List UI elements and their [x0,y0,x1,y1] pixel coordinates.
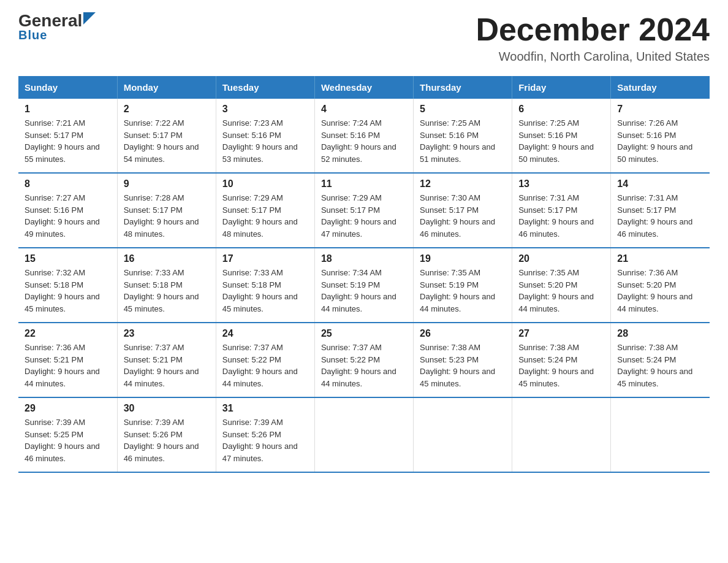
sunset-label: Sunset: 5:19 PM [420,280,479,289]
sunset-label: Sunset: 5:17 PM [124,205,183,215]
day-info: Sunrise: 7:39 AM Sunset: 5:26 PM Dayligh… [124,416,210,464]
sunset-label: Sunset: 5:17 PM [222,205,281,215]
logo: General Blue [18,12,96,42]
sunset-label: Sunset: 5:25 PM [25,430,83,439]
calendar-cell: 9 Sunrise: 7:28 AM Sunset: 5:17 PM Dayli… [117,173,216,248]
sunset-label: Sunset: 5:17 PM [518,205,577,215]
daylight-label: Daylight: 9 hours and 45 minutes. [420,367,495,388]
calendar-cell: 3 Sunrise: 7:23 AM Sunset: 5:16 PM Dayli… [216,99,314,173]
day-info: Sunrise: 7:22 AM Sunset: 5:17 PM Dayligh… [124,117,210,165]
daylight-label: Daylight: 9 hours and 46 minutes. [124,442,199,463]
calendar-week-2: 8 Sunrise: 7:27 AM Sunset: 5:16 PM Dayli… [18,173,710,248]
daylight-label: Daylight: 9 hours and 45 minutes. [617,367,692,388]
calendar-cell: 15 Sunrise: 7:32 AM Sunset: 5:18 PM Dayl… [18,248,117,323]
sunrise-label: Sunrise: 7:24 AM [321,118,382,128]
calendar-cell: 20 Sunrise: 7:35 AM Sunset: 5:20 PM Dayl… [512,248,611,323]
day-number: 20 [518,253,604,264]
calendar-cell: 26 Sunrise: 7:38 AM Sunset: 5:23 PM Dayl… [414,323,512,397]
calendar-cell [314,397,413,472]
sunset-label: Sunset: 5:19 PM [321,280,380,289]
sunset-label: Sunset: 5:18 PM [222,280,281,289]
calendar-cell: 31 Sunrise: 7:39 AM Sunset: 5:26 PM Dayl… [216,397,314,472]
day-number: 5 [420,104,506,115]
sunrise-label: Sunrise: 7:38 AM [617,343,678,352]
day-info: Sunrise: 7:31 AM Sunset: 5:17 PM Dayligh… [617,192,703,240]
sunset-label: Sunset: 5:17 PM [25,131,83,140]
logo-triangle-icon [83,12,96,25]
day-info: Sunrise: 7:38 AM Sunset: 5:24 PM Dayligh… [617,342,703,389]
day-number: 28 [617,328,703,339]
calendar-cell: 14 Sunrise: 7:31 AM Sunset: 5:17 PM Dayl… [611,173,710,248]
sunrise-label: Sunrise: 7:31 AM [518,193,579,202]
day-info: Sunrise: 7:25 AM Sunset: 5:16 PM Dayligh… [518,117,604,165]
calendar-cell: 16 Sunrise: 7:33 AM Sunset: 5:18 PM Dayl… [117,248,216,323]
sunset-label: Sunset: 5:26 PM [124,430,183,439]
sunset-label: Sunset: 5:24 PM [617,355,676,364]
sunset-label: Sunset: 5:22 PM [321,355,380,364]
daylight-label: Daylight: 9 hours and 46 minutes. [617,217,692,239]
sunset-label: Sunset: 5:26 PM [222,430,281,439]
sunset-label: Sunset: 5:16 PM [222,131,281,140]
calendar-header: Sunday Monday Tuesday Wednesday Thursday… [18,76,710,99]
daylight-label: Daylight: 9 hours and 46 minutes. [420,217,495,239]
title-block: December 2024 Woodfin, North Carolina, U… [476,12,710,64]
day-info: Sunrise: 7:21 AM Sunset: 5:17 PM Dayligh… [25,117,111,165]
daylight-label: Daylight: 9 hours and 47 minutes. [321,217,396,239]
sunrise-label: Sunrise: 7:25 AM [518,118,579,128]
day-info: Sunrise: 7:31 AM Sunset: 5:17 PM Dayligh… [518,192,604,240]
sunrise-label: Sunrise: 7:39 AM [124,418,184,427]
daylight-label: Daylight: 9 hours and 44 minutes. [124,367,199,388]
calendar-cell: 28 Sunrise: 7:38 AM Sunset: 5:24 PM Dayl… [611,323,710,397]
day-number: 4 [321,104,407,115]
daylight-label: Daylight: 9 hours and 54 minutes. [124,142,199,164]
logo-general: General [18,12,82,29]
calendar-cell: 18 Sunrise: 7:34 AM Sunset: 5:19 PM Dayl… [314,248,413,323]
calendar-cell: 8 Sunrise: 7:27 AM Sunset: 5:16 PM Dayli… [18,173,117,248]
sunrise-label: Sunrise: 7:39 AM [222,418,283,427]
sunrise-label: Sunrise: 7:29 AM [321,193,382,202]
sunset-label: Sunset: 5:16 PM [25,205,83,215]
daylight-label: Daylight: 9 hours and 45 minutes. [518,367,594,388]
sunrise-label: Sunrise: 7:32 AM [25,268,85,277]
calendar-cell: 25 Sunrise: 7:37 AM Sunset: 5:22 PM Dayl… [314,323,413,397]
sunrise-label: Sunrise: 7:37 AM [321,343,382,352]
daylight-label: Daylight: 9 hours and 50 minutes. [518,142,594,164]
sunset-label: Sunset: 5:24 PM [518,355,577,364]
day-number: 1 [25,104,111,115]
sunrise-label: Sunrise: 7:30 AM [420,193,480,202]
sunrise-label: Sunrise: 7:21 AM [25,118,85,128]
daylight-label: Daylight: 9 hours and 49 minutes. [25,217,100,239]
header-row: Sunday Monday Tuesday Wednesday Thursday… [18,76,710,99]
sunset-label: Sunset: 5:16 PM [518,131,577,140]
logo-blue: Blue [18,28,47,42]
calendar-body: 1 Sunrise: 7:21 AM Sunset: 5:17 PM Dayli… [18,99,710,472]
month-title: December 2024 [476,12,710,47]
day-number: 19 [420,253,506,264]
sunset-label: Sunset: 5:16 PM [420,131,479,140]
daylight-label: Daylight: 9 hours and 51 minutes. [420,142,495,164]
daylight-label: Daylight: 9 hours and 45 minutes. [222,292,298,313]
day-number: 2 [124,104,210,115]
sunrise-label: Sunrise: 7:29 AM [222,193,283,202]
col-thursday: Thursday [414,76,512,99]
day-number: 27 [518,328,604,339]
sunset-label: Sunset: 5:18 PM [124,280,183,289]
day-number: 16 [124,253,210,264]
calendar-cell: 4 Sunrise: 7:24 AM Sunset: 5:16 PM Dayli… [314,99,413,173]
day-info: Sunrise: 7:37 AM Sunset: 5:22 PM Dayligh… [321,342,407,389]
day-info: Sunrise: 7:34 AM Sunset: 5:19 PM Dayligh… [321,267,407,315]
calendar-cell: 22 Sunrise: 7:36 AM Sunset: 5:21 PM Dayl… [18,323,117,397]
sunset-label: Sunset: 5:21 PM [25,355,83,364]
day-number: 24 [222,328,308,339]
day-number: 11 [321,178,407,190]
day-number: 12 [420,178,506,190]
sunrise-label: Sunrise: 7:22 AM [124,118,184,128]
calendar-cell: 19 Sunrise: 7:35 AM Sunset: 5:19 PM Dayl… [414,248,512,323]
day-number: 18 [321,253,407,264]
day-info: Sunrise: 7:39 AM Sunset: 5:25 PM Dayligh… [25,416,111,464]
calendar-cell: 12 Sunrise: 7:30 AM Sunset: 5:17 PM Dayl… [414,173,512,248]
calendar-cell: 6 Sunrise: 7:25 AM Sunset: 5:16 PM Dayli… [512,99,611,173]
calendar-cell [512,397,611,472]
sunset-label: Sunset: 5:23 PM [420,355,479,364]
col-saturday: Saturday [611,76,710,99]
